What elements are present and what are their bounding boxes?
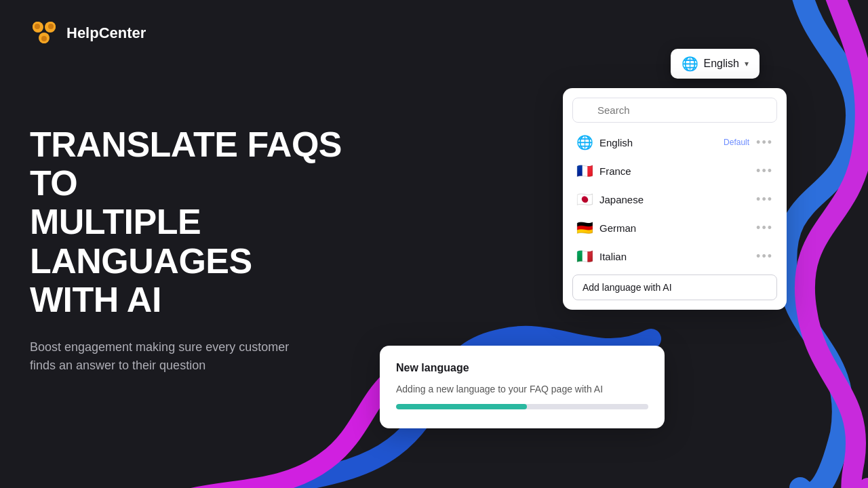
hero-subtitle: Boost engagement making sure every custo… — [30, 338, 301, 375]
progress-bar-fill — [396, 404, 527, 409]
language-list: 🌐 English Default ••• 🇫🇷 France ••• 🇯🇵 J… — [572, 128, 777, 270]
svg-point-9 — [35, 24, 40, 29]
language-name: German — [599, 222, 756, 234]
search-wrapper: 🔍 — [572, 98, 777, 123]
svg-point-10 — [48, 24, 54, 29]
flag-icon: 🇫🇷 — [576, 163, 593, 179]
language-name: Italian — [599, 251, 756, 262]
list-item[interactable]: 🇫🇷 France ••• — [572, 157, 777, 185]
more-options-icon[interactable]: ••• — [756, 192, 773, 207]
list-item[interactable]: 🇩🇪 German ••• — [572, 214, 777, 242]
header: HelpCenter — [30, 19, 146, 47]
globe-icon: 🌐 — [682, 56, 698, 72]
logo-icon — [30, 19, 58, 47]
language-search-input[interactable] — [572, 98, 777, 123]
more-options-icon[interactable]: ••• — [756, 221, 773, 235]
flag-icon: 🇩🇪 — [576, 220, 593, 236]
new-language-card-title: New language — [396, 362, 648, 374]
flag-icon: 🇮🇹 — [576, 248, 593, 264]
new-language-card-description: Adding a new language to your FAQ page w… — [396, 384, 648, 394]
more-options-icon[interactable]: ••• — [756, 136, 773, 150]
list-item[interactable]: 🌐 English Default ••• — [572, 128, 777, 157]
flag-icon: 🌐 — [576, 134, 593, 150]
flag-icon: 🇯🇵 — [576, 191, 593, 207]
selected-language-label: English — [704, 58, 739, 70]
list-item[interactable]: 🇯🇵 Japanese ••• — [572, 185, 777, 214]
language-selector-button[interactable]: 🌐 English ▾ — [671, 49, 760, 79]
list-item[interactable]: 🇮🇹 Italian ••• — [572, 242, 777, 270]
more-options-icon[interactable]: ••• — [756, 249, 773, 264]
progress-bar-track — [396, 404, 648, 409]
hero-title: Translate FAQs to Multiple Languages wit… — [30, 125, 369, 319]
default-badge: Default — [724, 138, 749, 147]
chevron-down-icon: ▾ — [745, 59, 749, 68]
hero-section: Translate FAQs to Multiple Languages wit… — [30, 125, 369, 375]
svg-point-11 — [41, 36, 47, 41]
more-options-icon[interactable]: ••• — [756, 164, 773, 178]
add-language-button[interactable]: Add language with AI — [572, 274, 777, 300]
new-language-card: New language Adding a new language to yo… — [380, 346, 665, 428]
logo-text: HelpCenter — [66, 24, 146, 42]
language-dropdown-panel: 🔍 🌐 English Default ••• 🇫🇷 France ••• 🇯🇵… — [563, 88, 787, 310]
language-name: Japanese — [599, 194, 756, 205]
language-name: English — [599, 137, 724, 148]
language-name: France — [599, 165, 756, 177]
